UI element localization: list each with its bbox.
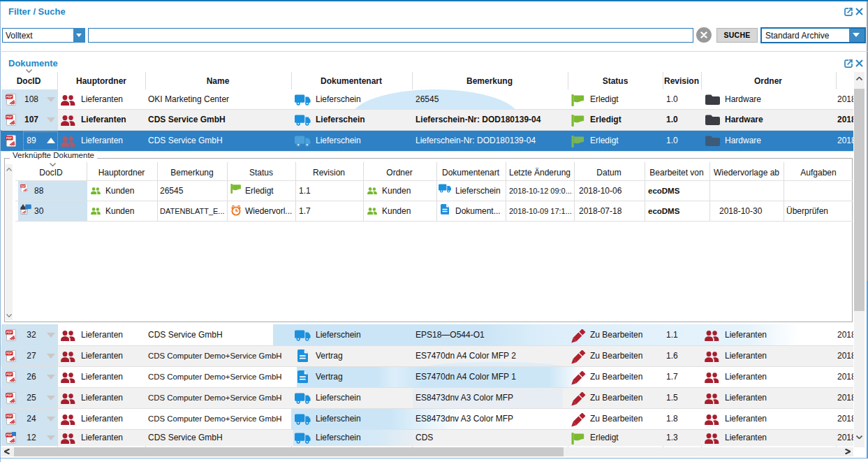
svg-text:PDF: PDF <box>6 95 13 99</box>
svg-text:PDF: PDF <box>6 115 13 119</box>
svg-text:PDF: PDF <box>6 331 13 334</box>
svg-text:PDF: PDF <box>6 136 13 140</box>
svg-text:PDF: PDF <box>6 352 13 355</box>
svg-text:PDF: PDF <box>6 433 13 437</box>
svg-text:PDF: PDF <box>6 394 13 397</box>
svg-text:PDF: PDF <box>21 185 25 188</box>
svg-text:PDF: PDF <box>6 414 13 418</box>
svg-text:PDF: PDF <box>6 373 13 376</box>
